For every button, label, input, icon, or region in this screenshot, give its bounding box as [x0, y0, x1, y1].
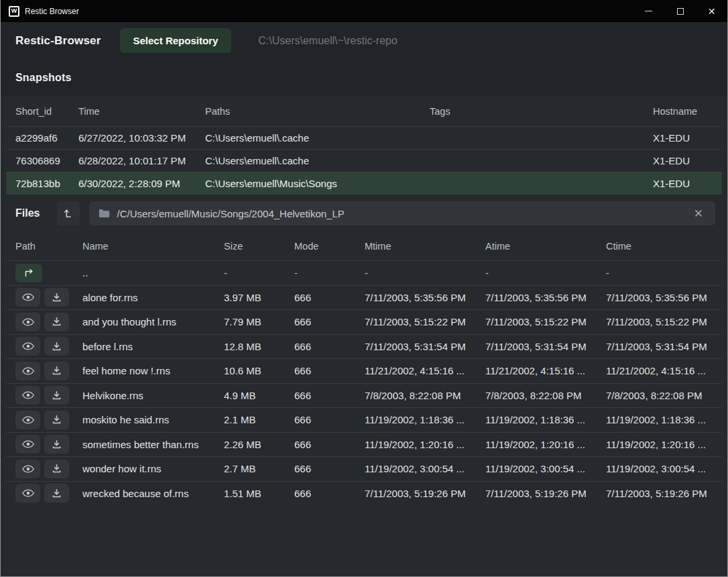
snapshot-short-id: a2299af6: [15, 132, 78, 144]
app-logo-icon: W: [9, 6, 19, 17]
file-ctime: 7/11/2003, 5:19:26 PM: [606, 488, 713, 499]
snapshot-row[interactable]: a2299af6 6/27/2022, 10:03:32 PM C:\Users…: [6, 126, 722, 149]
file-mode: 666: [294, 292, 365, 303]
col-tags: Tags: [430, 106, 653, 117]
minimize-button[interactable]: [633, 0, 664, 22]
col-time: Time: [78, 106, 205, 117]
download-icon: [52, 293, 62, 303]
file-ctime: 11/19/2002, 1:20:16 ...: [606, 439, 713, 450]
file-size: -: [224, 267, 294, 278]
download-button[interactable]: [44, 484, 69, 503]
download-icon: [52, 464, 62, 474]
preview-button[interactable]: [15, 337, 40, 356]
file-row[interactable]: alone for.rns 3.97 MB 666 7/11/2003, 5:3…: [6, 285, 722, 310]
file-atime: -: [485, 267, 606, 278]
file-row[interactable]: moskito he said.rns 2.1 MB 666 11/19/200…: [6, 407, 722, 432]
eye-icon: [22, 342, 34, 351]
download-button[interactable]: [44, 337, 69, 356]
preview-button[interactable]: [15, 484, 40, 503]
file-row[interactable]: and you thought l.rns 7.79 MB 666 7/11/2…: [6, 309, 722, 334]
snapshot-hostname: X1-EDU: [653, 178, 713, 189]
parent-dir-button[interactable]: [15, 264, 42, 282]
snapshot-row[interactable]: 76306869 6/28/2022, 10:01:17 PM C:\Users…: [6, 149, 722, 172]
file-name: wrecked because of.rns: [82, 488, 224, 499]
preview-button[interactable]: [15, 411, 40, 429]
file-size: 10.6 MB: [224, 365, 294, 376]
col-atime: Atime: [485, 241, 606, 252]
preview-button[interactable]: [15, 460, 40, 478]
preview-button[interactable]: [15, 362, 40, 380]
file-name: feel home now !.rns: [82, 365, 224, 376]
file-row[interactable]: before l.rns 12.8 MB 666 7/11/2003, 5:31…: [6, 334, 722, 359]
empty-area: [1, 505, 727, 576]
files-table: .. - - - - - alone for.rns 3.97 MB 666 7…: [6, 260, 722, 505]
file-size: 2.7 MB: [224, 463, 294, 474]
file-row[interactable]: sometimes better than.rns 2.26 MB 666 11…: [6, 432, 722, 457]
col-short-id: Short_id: [15, 106, 78, 117]
file-ctime: 7/8/2003, 8:22:08 PM: [606, 390, 713, 401]
download-icon: [52, 415, 62, 425]
snapshot-paths: C:\Users\emuell\Music\Songs: [205, 178, 430, 189]
eye-icon: [22, 488, 34, 498]
file-ctime: 7/11/2003, 5:31:54 PM: [606, 341, 713, 352]
preview-button[interactable]: [15, 288, 40, 307]
file-name: moskito he said.rns: [82, 414, 224, 425]
preview-button[interactable]: [15, 435, 40, 454]
download-button[interactable]: [44, 313, 69, 331]
file-atime: 11/19/2002, 1:20:16 ...: [485, 439, 606, 450]
arrow-turn-up-icon: [62, 207, 74, 219]
window-title: Restic Browser: [25, 7, 79, 16]
file-name: sometimes better than.rns: [82, 439, 224, 450]
download-button[interactable]: [44, 362, 69, 380]
snapshot-time: 6/27/2022, 10:03:32 PM: [78, 132, 205, 144]
clear-path-button[interactable]: ✕: [691, 207, 706, 221]
snapshots-section-header: Snapshots: [1, 59, 727, 96]
file-mode: -: [294, 267, 365, 278]
file-atime: 7/11/2003, 5:35:56 PM: [485, 292, 606, 303]
file-atime: 11/19/2002, 3:00:54 ...: [485, 463, 606, 474]
files-section-header: Files /C/Users/emuell/Music/Songs/2004_H…: [1, 195, 727, 232]
download-button[interactable]: [44, 460, 69, 478]
preview-button[interactable]: [15, 386, 40, 405]
file-row[interactable]: feel home now !.rns 10.6 MB 666 11/21/20…: [6, 358, 722, 383]
file-atime: 7/11/2003, 5:15:22 PM: [485, 316, 606, 327]
download-icon: [52, 488, 62, 499]
file-row[interactable]: Helvikone.rns 4.9 MB 666 7/8/2003, 8:22:…: [6, 383, 722, 408]
snapshot-paths: C:\Users\emuell\.cache: [205, 155, 430, 166]
select-repository-button[interactable]: Select Repository: [120, 28, 232, 53]
download-icon: [52, 366, 62, 376]
snapshot-short-id: 76306869: [15, 155, 78, 166]
snapshot-row-selected[interactable]: 72b813bb 6/30/2022, 2:28:09 PM C:\Users\…: [6, 172, 722, 195]
file-ctime: 7/11/2003, 5:15:22 PM: [606, 316, 713, 327]
file-size: 1.51 MB: [224, 488, 294, 499]
file-row[interactable]: wrecked because of.rns 1.51 MB 666 7/11/…: [6, 481, 722, 506]
close-icon: ✕: [708, 7, 716, 16]
close-button[interactable]: ✕: [696, 0, 727, 22]
snapshots-title: Snapshots: [15, 72, 72, 84]
download-button[interactable]: [44, 435, 69, 454]
file-mtime: -: [365, 267, 485, 278]
maximize-button[interactable]: [664, 0, 696, 22]
download-button[interactable]: [44, 288, 69, 307]
go-up-button[interactable]: [57, 201, 80, 225]
file-mode: 666: [294, 365, 365, 376]
download-button[interactable]: [44, 386, 69, 405]
parent-directory-row[interactable]: .. - - - - -: [6, 260, 722, 285]
snapshot-paths: C:\Users\emuell\.cache: [205, 132, 430, 144]
folder-icon: [99, 209, 110, 218]
file-row[interactable]: wonder how it.rns 2.7 MB 666 11/19/2002,…: [6, 456, 722, 481]
preview-button[interactable]: [15, 313, 40, 331]
file-mtime: 11/19/2002, 1:18:36 ...: [365, 414, 485, 425]
col-ctime: Ctime: [606, 241, 713, 252]
file-name: Helvikone.rns: [82, 390, 224, 401]
snapshot-time: 6/28/2022, 10:01:17 PM: [78, 155, 205, 166]
eye-icon: [22, 317, 34, 327]
col-hostname: Hostname: [653, 106, 713, 117]
eye-icon: [22, 464, 34, 474]
file-size: 3.97 MB: [224, 292, 294, 303]
current-path-bar[interactable]: /C/Users/emuell/Music/Songs/2004_Helveti…: [89, 201, 715, 225]
current-path-text: /C/Users/emuell/Music/Songs/2004_Helveti…: [117, 208, 690, 219]
file-mtime: 7/8/2003, 8:22:08 PM: [365, 390, 485, 401]
download-button[interactable]: [44, 411, 69, 429]
file-mtime: 11/19/2002, 1:20:16 ...: [365, 439, 485, 450]
